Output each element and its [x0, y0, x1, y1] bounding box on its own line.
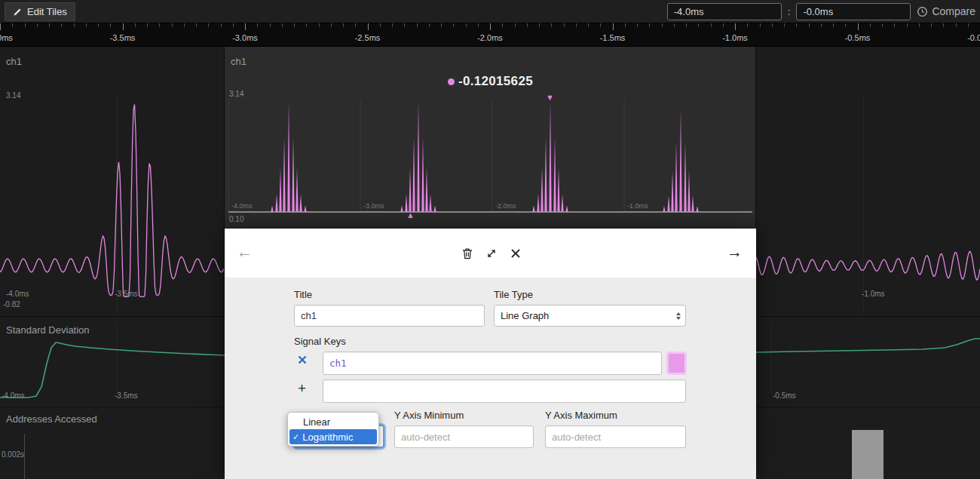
ruler-tick [135, 23, 136, 27]
next-tile-button[interactable]: → [727, 244, 743, 259]
ruler-tick [392, 23, 393, 27]
ruler-tick [453, 23, 454, 27]
ruler-tick [539, 23, 540, 27]
ruler-tick [919, 23, 920, 27]
x-axis-tick-label: -1.0ms [862, 290, 885, 298]
x-axis-tick-label: -4.0ms [231, 202, 253, 210]
ruler-tick [674, 23, 675, 27]
ruler-tick [159, 23, 160, 27]
tile-standard-deviation[interactable]: Standard Deviation -4.0ms-3.5ms [0, 317, 225, 407]
app-root: Edit Tiles : Compare -4.0ms-3.5ms-3.0ms-… [0, 0, 980, 479]
dropdown-item-logarithmic[interactable]: ✓ Logarithmic [289, 429, 377, 444]
y-axis-max-input[interactable] [545, 425, 686, 448]
range-end-input[interactable] [796, 3, 911, 20]
addresses-y-axis-tick [20, 454, 24, 455]
compare-button[interactable]: Compare [917, 5, 975, 17]
ruler-tick [662, 23, 663, 27]
new-signal-key-input[interactable] [323, 379, 686, 403]
ruler-tick [380, 23, 381, 27]
y-axis-max-label-left: 3.14 [6, 91, 20, 100]
tile-type-label: Tile Type [494, 289, 533, 300]
expand-icon [485, 247, 498, 260]
ruler-tick [870, 23, 871, 27]
ruler-tick [943, 23, 944, 27]
ruler-tick [551, 23, 552, 27]
prev-tile-button[interactable]: ← [237, 244, 253, 259]
cursor-marker-up-icon[interactable]: ▲ [406, 211, 415, 220]
ruler-label: -1.5ms [600, 33, 626, 42]
ruler-tick [270, 23, 271, 27]
ruler-label: -3.5ms [110, 33, 136, 42]
ruler-tick [760, 23, 761, 27]
ruler-tick [12, 23, 13, 27]
ruler-tick [404, 23, 405, 27]
remove-signal-key-button[interactable] [297, 355, 308, 367]
signal-keys-label: Signal Keys [294, 336, 346, 347]
ruler-tick [61, 23, 62, 27]
signal-key-input[interactable] [323, 352, 662, 375]
scale-dropdown-menu: Linear ✓ Logarithmic [287, 412, 379, 447]
edit-tiles-button[interactable]: Edit Tiles [5, 2, 75, 21]
cursor-value-dot-icon [448, 78, 455, 85]
timeline-ruler[interactable]: -4.0ms-3.5ms-3.0ms-2.5ms-2.0ms-1.5ms-1.0… [0, 23, 980, 47]
ruler-tick [956, 23, 957, 27]
ruler-label: -2.5ms [355, 33, 381, 42]
close-editor-button[interactable] [508, 247, 523, 262]
ruler-tick [747, 23, 748, 27]
x-axis-tick-label: -2.0ms [495, 202, 516, 210]
ruler-tick [625, 23, 626, 27]
ruler-tick [894, 23, 895, 27]
ruler-tick [417, 23, 418, 27]
ruler-tick [123, 23, 124, 30]
x-axis-tick-label: -3.5ms [115, 391, 138, 400]
ruler-tick [637, 23, 638, 27]
cursor-value: -0.12015625 [458, 74, 533, 88]
ruler-tick [968, 23, 969, 27]
expand-tile-button[interactable] [484, 247, 499, 262]
ruler-tick [833, 23, 834, 27]
ruler-tick [809, 23, 810, 27]
close-icon [509, 247, 522, 260]
add-signal-key-button[interactable]: + [298, 381, 306, 395]
tile-ch1-right[interactable]: -1.0ms [756, 47, 980, 317]
ruler-tick [600, 23, 601, 27]
tile-divider [756, 316, 980, 317]
tile-standard-deviation-right[interactable]: -0.5ms [756, 317, 980, 407]
y-axis-max-label: 3.14 [229, 90, 243, 98]
ruler-tick [196, 23, 197, 27]
signal-key-color-swatch[interactable] [666, 352, 687, 375]
range-start-input[interactable] [667, 3, 782, 20]
tile-ch1-left[interactable]: ch1 3.14 -0.82 -4.0ms-3.5ms [0, 47, 225, 317]
title-label: Title [294, 289, 312, 300]
title-input[interactable] [294, 305, 485, 327]
y-axis-min-input[interactable] [394, 425, 534, 448]
ruler-tick [37, 23, 38, 27]
cursor-marker-down-icon[interactable]: ▼ [546, 94, 554, 102]
ruler-tick [331, 23, 332, 27]
ruler-tick [735, 23, 736, 30]
ruler-tick [245, 23, 246, 30]
x-axis-tick-label: -1.0ms [627, 202, 648, 210]
trash-icon [461, 247, 474, 260]
ruler-tick [527, 23, 528, 27]
y-axis-min-label: 0.10 [229, 215, 243, 223]
tile-editor-panel: ← → Title Tile Type Line Grap [225, 229, 756, 479]
dropdown-item-linear[interactable]: Linear [289, 414, 377, 429]
tile-type-select[interactable]: Line Graph [494, 305, 686, 327]
top-bar: Edit Tiles : Compare [0, 0, 980, 23]
remove-x-icon [297, 355, 308, 365]
ruler-tick [282, 23, 283, 27]
ruler-tick [0, 23, 1, 30]
ch1-left-waveform [0, 47, 225, 317]
ruler-tick [172, 23, 173, 27]
ruler-tick [613, 23, 614, 30]
ruler-tick [319, 23, 320, 27]
dropdown-item-label: Logarithmic [302, 431, 353, 443]
delete-tile-button[interactable] [460, 247, 475, 262]
ruler-tick [294, 23, 295, 27]
ruler-tick [698, 23, 699, 27]
ruler-tick [208, 23, 209, 27]
ruler-label: -3.0ms [232, 33, 258, 42]
tile-ch1-selected[interactable]: ch1 -0.12015625 3.14 0.10 ▼ ▲ -4.0ms-3.0… [225, 47, 756, 229]
time-range-controls: : Compare [667, 3, 975, 20]
